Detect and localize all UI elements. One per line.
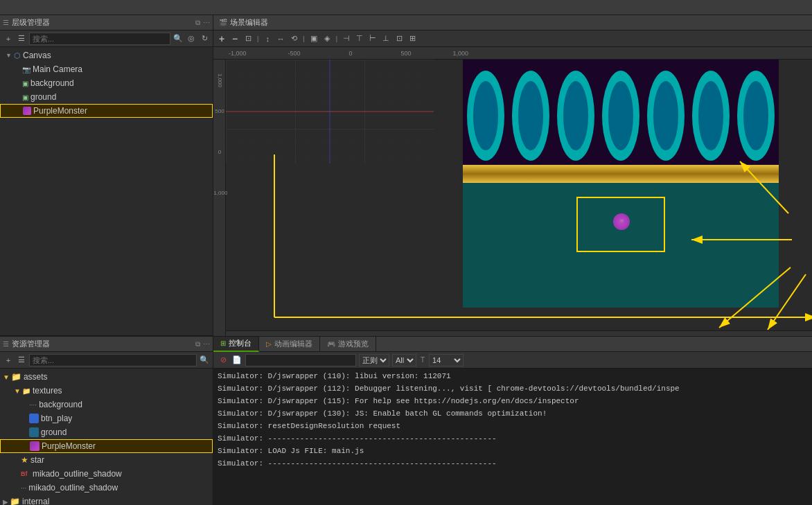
scene-tool4[interactable]: ▣ [308, 33, 319, 44]
console-level-select[interactable]: All [392, 354, 416, 366]
asset-item-btnplay[interactable]: btn_play [0, 411, 213, 425]
scene-align6[interactable]: ⊞ [407, 33, 418, 44]
ruler-label-1000: 1,000 [453, 50, 469, 57]
hierarchy-search-button[interactable]: 🔍 [173, 33, 184, 44]
asset-settings-icon[interactable]: ⋯ [203, 340, 210, 348]
oval-win-5-inner [653, 81, 678, 150]
ground-asset-label: ground [41, 427, 67, 437]
asset-list-button[interactable]: ☰ [16, 355, 27, 366]
asset-item-assets[interactable]: ▼ 📁 assets [0, 370, 213, 384]
hierarchy-refresh-button[interactable]: ↻ [199, 33, 210, 44]
asset-item-background[interactable]: ···· background [0, 398, 213, 411]
top-toolbar [0, 0, 812, 15]
console-content: Simulator: D/jswrapper (110): libui vers… [213, 369, 812, 505]
hierarchy-list-button[interactable]: ☰ [16, 33, 27, 44]
ruler-vlabel-n1000: -1,000 [213, 190, 227, 196]
oval-win-4 [602, 71, 639, 161]
bg-dots-icon: ···· [29, 401, 37, 409]
scene-tool1[interactable]: ↕ [262, 33, 273, 44]
oval-win-7 [737, 71, 775, 161]
scene-align2[interactable]: ⊤ [354, 33, 365, 44]
console-fontsize-select[interactable]: 14 [429, 354, 464, 366]
scene-align5[interactable]: ⊡ [394, 33, 405, 44]
scene-tool3[interactable]: ⟲ [288, 33, 299, 44]
hierarchy-search-input[interactable] [29, 33, 170, 45]
asset-manager-icon: ☰ [3, 340, 9, 348]
asset-search-input[interactable] [29, 354, 197, 366]
hierarchy-add-button[interactable]: + [3, 33, 14, 44]
scene-align1[interactable]: ⊣ [341, 33, 352, 44]
console-tab-label: 控制台 [229, 338, 251, 348]
mikado1-label: mikado_outline_shadow [33, 469, 122, 479]
asset-item-star[interactable]: ★ star [0, 453, 213, 467]
console-search-input[interactable] [245, 354, 356, 366]
assets-label: assets [24, 372, 48, 382]
tab-animation[interactable]: ▷ 动画编辑器 [259, 337, 320, 352]
console-line-4: Simulator: resetDesignResolution request [218, 420, 808, 432]
hierarchy-item-purplemonster[interactable]: PurpleMonster [0, 104, 213, 118]
star-icon: ★ [21, 455, 28, 465]
oval-win-1-inner [473, 81, 498, 150]
asset-manager-panel: ☰ 资源管理器 ⧉ ⋯ + ☰ 🔍 ▼ 📁 assets ▼ 📁 [0, 337, 213, 505]
textures-label: textures [33, 386, 62, 396]
ruler-label-500: 500 [401, 50, 412, 57]
tab-game[interactable]: 🎮 游戏预览 [320, 337, 376, 352]
scene-tool5[interactable]: ◈ [321, 33, 333, 44]
tab-console[interactable]: ⊞ 控制台 [213, 337, 259, 352]
console-line-6: Simulator: LOAD Js FILE: main.js [218, 445, 808, 457]
zoom-out-button[interactable]: − [229, 33, 240, 44]
ruler-horizontal: -1,000 -500 0 500 1,000 [213, 47, 812, 60]
asset-item-ground-asset[interactable]: ground [0, 425, 213, 439]
purple-monster: 👾 [613, 213, 630, 230]
scene-align4[interactable]: ⊥ [380, 33, 391, 44]
asset-item-mikado2[interactable]: ··· mikado_outline_shadow [0, 481, 213, 495]
console-line-2: Simulator: D/jswrapper (115): For help s… [218, 395, 808, 407]
oval-win-7-inner [743, 81, 768, 150]
oval-win-4-inner [608, 81, 633, 150]
bottom-area: ☰ 资源管理器 ⧉ ⋯ + ☰ 🔍 ▼ 📁 assets ▼ 📁 [0, 336, 812, 505]
hierarchy-locate-button[interactable]: ◎ [186, 33, 197, 44]
asset-manager-title: 资源管理器 [12, 339, 50, 349]
scene-align3[interactable]: ⊢ [367, 33, 378, 44]
oval-win-2 [512, 71, 549, 161]
scene-canvas[interactable]: -1,000 -500 0 500 1,000 1,000 500 0 -1,0… [213, 47, 812, 336]
asset-search-button[interactable]: 🔍 [199, 355, 210, 366]
hierarchy-item-background[interactable]: ▣ background [0, 76, 213, 90]
scene-area: 🎬 场景编辑器 + − ⊡ | ↕ ↔ ⟲ | ▣ ◈ | ⊣ ⊤ ⊢ ⊥ ⊡ … [213, 15, 812, 336]
hierarchy-item-canvas[interactable]: ▼ ⬡ Canvas [0, 48, 213, 62]
asset-add-button[interactable]: + [3, 355, 14, 366]
scene-tool2[interactable]: ↔ [275, 33, 286, 44]
svg-rect-1 [226, 60, 434, 163]
ruler-label-neg500: -500 [288, 50, 301, 57]
asset-item-internal[interactable]: ▶ 📁 internal [0, 495, 213, 505]
oval-win-5 [647, 71, 685, 161]
zoom-fit-button[interactable]: ⊡ [242, 33, 254, 44]
ruler-label-0: 0 [349, 50, 353, 57]
canvas-label: Canvas [23, 51, 51, 60]
console-filter-select[interactable]: 正则 [359, 354, 389, 366]
asset-item-mikado1[interactable]: Bf mikado_outline_shadow [0, 467, 213, 481]
game-tab-label: 游戏预览 [338, 339, 369, 349]
console-stop-button[interactable]: ⊘ [218, 355, 229, 366]
hierarchy-panel: ☰ 层级管理器 ⧉ ⋯ + ☰ 🔍 ◎ ↻ ▼ [0, 15, 213, 336]
asset-copy-icon[interactable]: ⧉ [195, 340, 200, 348]
console-file-button[interactable]: 📄 [231, 355, 242, 366]
console-font-icon: T [421, 356, 425, 364]
scene-tab-icon: 🎬 [219, 19, 227, 26]
hierarchy-settings-icon[interactable]: ⋯ [203, 19, 210, 27]
asset-item-purplemonster[interactable]: PurpleMonster [0, 439, 213, 453]
mikado2-dots-icon: ··· [21, 484, 26, 492]
asset-item-textures[interactable]: ▼ 📁 textures [0, 384, 213, 398]
game-preview-window: 👾 [463, 60, 779, 308]
toolbar-divider1: | [257, 35, 258, 42]
zoom-in-button[interactable]: + [216, 33, 227, 44]
hierarchy-item-maincamera[interactable]: 📷 Main Camera [0, 62, 213, 76]
pm-asset-label: PurpleMonster [42, 441, 96, 451]
assets-expand-icon: ▼ [3, 373, 10, 381]
hierarchy-item-ground[interactable]: ▣ ground [0, 90, 213, 104]
asset-header-icons: ⧉ ⋯ [195, 340, 210, 348]
hierarchy-copy-icon[interactable]: ⧉ [195, 19, 200, 27]
toolbar-label [3, 2, 10, 12]
hierarchy-title: 层级管理器 [12, 17, 50, 28]
asset-toolbar: + ☰ 🔍 [0, 352, 213, 369]
